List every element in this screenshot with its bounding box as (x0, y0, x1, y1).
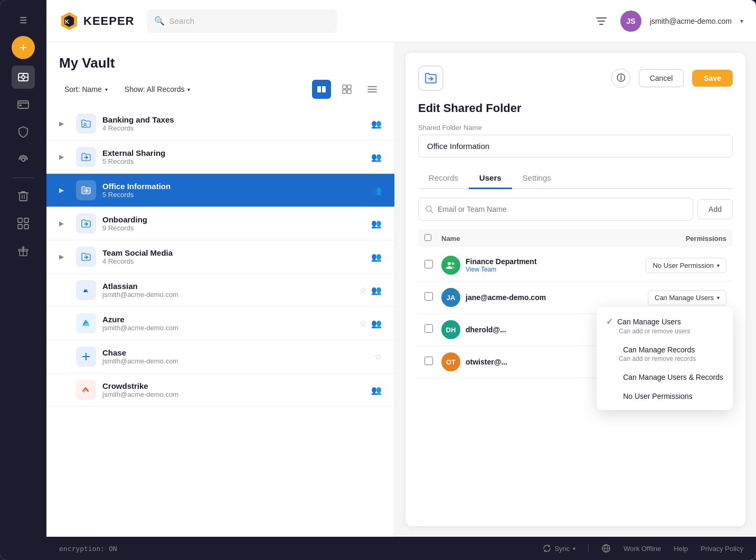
save-button[interactable]: Save (692, 70, 733, 87)
view-folder-button[interactable] (312, 80, 331, 99)
add-user-button[interactable]: Add (697, 199, 733, 219)
star-icon[interactable]: ☆ (360, 319, 367, 329)
view-list-button[interactable] (363, 80, 382, 99)
list-item[interactable]: ▶ External Sharing 5 Records 👥 (46, 141, 394, 174)
edit-folder-card: ⓘ Cancel Save Edit Shared Folder Shared … (405, 53, 745, 526)
show-button[interactable]: Show: All Records ▾ (119, 82, 196, 97)
select-all-checkbox[interactable] (424, 234, 431, 241)
filter-button[interactable] (591, 11, 612, 32)
expand-arrow[interactable]: ▶ (59, 220, 70, 227)
view-grid-button[interactable] (337, 80, 356, 99)
row-checkbox[interactable] (424, 357, 433, 365)
row-checkbox[interactable] (424, 324, 433, 333)
sidebar-divider (13, 178, 34, 178)
svg-rect-10 (20, 193, 27, 201)
sort-label: Sort: Name (64, 85, 102, 94)
sidebar-item-apps[interactable] (12, 212, 35, 235)
folder-icon-wrap (76, 180, 96, 200)
list-item[interactable]: ▶ Banking and Taxes 4 Records (46, 107, 394, 141)
expand-arrow[interactable]: ▶ (59, 186, 70, 194)
tab-users[interactable]: Users (469, 168, 512, 189)
folder-name-input[interactable] (418, 135, 733, 157)
dropdown-item-no-user-permissions[interactable]: No User Permissions (597, 387, 733, 406)
record-logo (76, 313, 96, 333)
share-icon[interactable]: 👥 (371, 219, 382, 229)
list-item[interactable]: ▶ Team Social Media 4 Records 👥 (46, 240, 394, 274)
tabs-row: Records Users Settings (418, 168, 733, 189)
app-name: KEEPER (83, 14, 134, 28)
help-link[interactable]: Help (674, 545, 688, 553)
expand-arrow[interactable]: ▶ (59, 120, 70, 127)
user-avatar[interactable]: JS (620, 11, 641, 32)
info-button[interactable]: ⓘ (611, 69, 630, 88)
dropdown-item-can-manage-users-records[interactable]: Can Manage Users & Records (597, 368, 733, 387)
dropdown-item-can-manage-records[interactable]: Can Manage Records Can add or remove rec… (597, 340, 733, 368)
share-icon[interactable]: 👥 (371, 119, 382, 129)
shield-icon (18, 126, 29, 138)
permission-dropdown-finance[interactable]: No User Permission ▾ (646, 258, 726, 273)
sidebar-item-fingerprint[interactable] (12, 148, 35, 171)
svg-rect-27 (322, 86, 326, 92)
sidebar-menu-button[interactable]: ☰ (12, 8, 35, 32)
row-checkbox[interactable] (424, 292, 433, 301)
sort-button[interactable]: Sort: Name ▾ (59, 82, 113, 97)
privacy-policy-link[interactable]: Privacy Policy (701, 545, 743, 553)
list-item[interactable]: Crowdstrike jsmith@acme-demo.com 👥 (46, 374, 394, 407)
sidebar-add-button[interactable]: + (12, 36, 35, 59)
list-item[interactable]: ▶ Office Information 5 Records 👥 (46, 174, 394, 207)
sidebar-item-rewards[interactable] (12, 239, 35, 263)
record-logo (76, 380, 96, 400)
user-search-wrap[interactable] (418, 198, 693, 221)
record-actions: 👥 (371, 385, 382, 395)
list-item[interactable]: ▶ Onboarding 9 Records 👥 (46, 207, 394, 240)
view-team-link[interactable]: View Team (466, 266, 646, 273)
shared-folder-icon-large (418, 66, 443, 91)
list-item[interactable]: Atlassian jsmith@acme-demo.com ☆ 👥 (46, 274, 394, 307)
bottom-bar: encryption: ON Sync ▾ Work Offline (46, 537, 756, 560)
list-item[interactable]: Chase jsmith@acme-demo.com ☆ (46, 340, 394, 374)
sync-button[interactable]: Sync ▾ (543, 544, 575, 553)
expand-arrow[interactable]: ▶ (59, 153, 70, 161)
sidebar-item-card[interactable] (12, 93, 35, 116)
search-icon: 🔍 (154, 16, 165, 26)
search-bar[interactable]: 🔍 Search (147, 10, 337, 33)
tab-settings[interactable]: Settings (512, 168, 562, 189)
user-avatar-jane: JA (441, 288, 460, 307)
work-offline-link[interactable]: Work Offline (623, 545, 661, 553)
user-name: jane@acme-demo.com (466, 293, 648, 302)
list-view-icon (367, 85, 377, 94)
cancel-button[interactable]: Cancel (639, 69, 684, 87)
star-icon[interactable]: ☆ (360, 285, 367, 295)
share-icon[interactable]: 👥 (371, 385, 382, 395)
user-menu-chevron[interactable]: ▾ (740, 17, 743, 25)
share-icon[interactable]: 👥 (371, 152, 382, 162)
expand-arrow[interactable]: ▶ (59, 253, 70, 260)
record-info: Office Information 5 Records (102, 182, 365, 199)
permission-dropdown-jane[interactable]: Can Manage Users ▾ (648, 290, 726, 305)
user-search-input[interactable] (438, 205, 686, 213)
record-info: External Sharing 5 Records (102, 148, 365, 165)
share-icon[interactable]: 👥 (371, 252, 382, 262)
folder-icon-wrap (76, 213, 96, 234)
permission-dropdown-menu: ✓ Can Manage Users Can add or remove use… (597, 307, 733, 410)
sidebar-item-shield[interactable] (12, 120, 35, 144)
svg-point-40 (448, 262, 451, 265)
share-icon[interactable]: 👥 (371, 285, 382, 295)
permission-chevron: ▾ (717, 263, 720, 268)
record-subtitle: 4 Records (102, 257, 365, 265)
sort-chevron: ▾ (105, 87, 108, 92)
row-checkbox[interactable] (424, 260, 433, 268)
user-info-jane: jane@acme-demo.com (466, 293, 648, 302)
share-icon[interactable]: 👥 (371, 185, 382, 195)
divider (588, 544, 589, 553)
shared-folder-icon (81, 218, 91, 229)
sidebar-item-trash[interactable] (12, 184, 35, 208)
dropdown-item-can-manage-users[interactable]: ✓ Can Manage Users Can add or remove use… (597, 311, 733, 340)
share-icon[interactable]: 👥 (371, 319, 382, 329)
tab-records[interactable]: Records (418, 168, 469, 189)
svg-rect-29 (347, 85, 351, 89)
svg-rect-16 (24, 225, 29, 229)
sidebar-item-vault[interactable] (12, 66, 35, 89)
list-item[interactable]: Azure jsmith@acme-demo.com ☆ 👥 (46, 307, 394, 340)
star-icon[interactable]: ☆ (374, 352, 382, 362)
